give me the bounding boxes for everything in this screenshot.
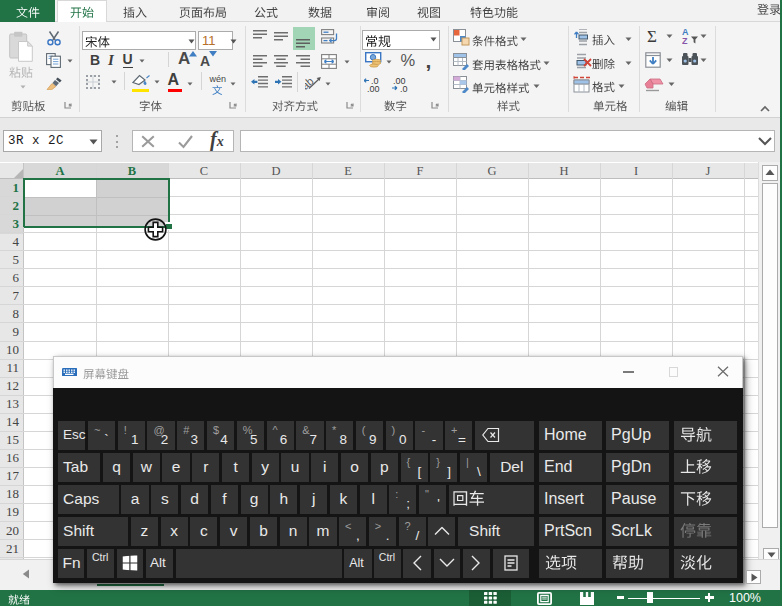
svg-text:Z: Z (682, 36, 688, 45)
svg-text:.00: .00 (367, 83, 380, 92)
svg-text:.0: .0 (400, 83, 408, 92)
